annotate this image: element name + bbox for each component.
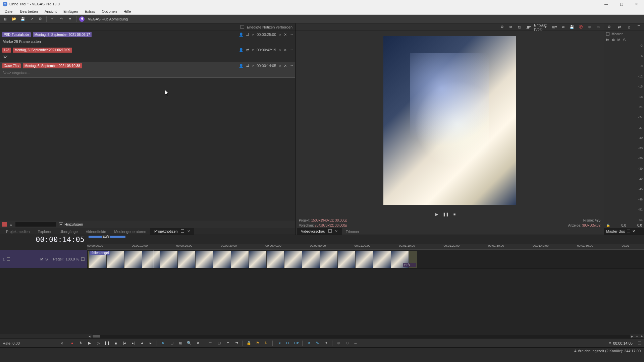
snap-button[interactable]: ⊢ xyxy=(207,340,214,347)
tab-mediengeneratoren[interactable]: Mediengeneratoren xyxy=(110,229,150,235)
note-marker-icon[interactable]: ▿ xyxy=(252,33,254,37)
toggle-icon[interactable]: ⇄ xyxy=(618,25,621,29)
note-delete-icon[interactable]: ✕ xyxy=(284,64,287,68)
menu-hilfe[interactable]: Hilfe xyxy=(121,9,133,14)
pause-button[interactable]: ❚❚ xyxy=(104,340,110,347)
zoom-out-icon[interactable]: − xyxy=(635,334,639,338)
timeline-empty-area[interactable] xyxy=(0,268,644,334)
minimize-button[interactable]: — xyxy=(599,0,614,8)
preview-quality-dropdown[interactable]: Entwurf (Voll) xyxy=(534,23,540,31)
hide-done-checkbox[interactable] xyxy=(240,25,244,29)
tab-dock-icon[interactable] xyxy=(328,229,332,233)
note-item-selected[interactable]: Ohne Titel Montag, 6. September 2021 06:… xyxy=(0,62,295,78)
go-start-button[interactable]: |◂ xyxy=(121,340,128,347)
auto-edit-button[interactable]: ✎ xyxy=(314,340,321,347)
lock-icon[interactable]: 🔒 xyxy=(606,224,610,227)
scroll-left-icon[interactable]: ◂ xyxy=(87,334,92,339)
track-solo-button[interactable]: S xyxy=(45,257,48,261)
stop-icon[interactable]: ■ xyxy=(453,212,456,216)
play-icon[interactable]: ▶ xyxy=(435,212,438,217)
delete-button[interactable]: ✕ xyxy=(195,340,201,347)
save-icon[interactable]: 💾 xyxy=(19,16,26,22)
preview-settings-icon[interactable]: ⚙ xyxy=(499,25,505,29)
trim-end-button[interactable]: ⊐ xyxy=(233,340,240,347)
go-end-button[interactable]: ▸| xyxy=(130,340,137,347)
tab-explorer[interactable]: Explorer xyxy=(34,229,55,235)
add-note-button[interactable]: + Hinzufügen xyxy=(59,222,83,226)
envelope-tool[interactable]: ⊞ xyxy=(177,340,184,347)
undo-icon[interactable]: ↶ xyxy=(49,16,56,22)
note-title-input[interactable] xyxy=(15,222,56,227)
rate-slider-icon[interactable]: ◊ xyxy=(61,341,63,345)
open-icon[interactable]: 📂 xyxy=(11,16,17,22)
preview-grid-icon[interactable]: ⊞▾ xyxy=(551,25,557,29)
note-delete-icon[interactable]: ✕ xyxy=(284,33,287,37)
clip-pan-icon[interactable]: □ xyxy=(404,263,406,267)
color-button[interactable]: ✦ xyxy=(323,340,329,347)
zoom-in-icon[interactable]: + xyxy=(639,334,644,338)
note-delete-icon[interactable]: ✕ xyxy=(284,48,287,52)
note-link-icon[interactable]: ⇄ xyxy=(246,64,249,68)
video-clip[interactable]: fallen angel □ fx ⋯ xyxy=(89,251,417,268)
tab-master-bus[interactable]: Master-Bus ✕ xyxy=(604,228,644,235)
render-icon[interactable]: ↗ xyxy=(28,16,35,22)
new-project-icon[interactable]: 🗎 xyxy=(2,16,9,22)
preview-save-icon[interactable]: 💾 xyxy=(569,25,575,29)
tab-projektmedien[interactable]: Projektmedien xyxy=(2,229,34,235)
next-frame-button[interactable]: ▸ xyxy=(147,340,154,347)
clip-fx-icon[interactable]: fx xyxy=(408,263,410,267)
note-marker-icon[interactable]: ▿ xyxy=(252,48,254,52)
marker-button[interactable]: ⚑ xyxy=(254,340,261,347)
track-icon[interactable] xyxy=(7,257,10,261)
timeline-ruler[interactable]: 00:00:00:0000:00:10:0000:00:20:0000:00:3… xyxy=(87,244,644,250)
properties-icon[interactable]: ⚙ xyxy=(37,16,44,22)
note-user-icon[interactable]: 👤 xyxy=(239,64,244,68)
chevron-down-icon[interactable]: ▾ xyxy=(543,25,549,29)
play-start-button[interactable]: ▶ xyxy=(86,340,93,347)
mixer-icon[interactable]: ☰ xyxy=(637,25,641,29)
split-button[interactable]: ⊟ xyxy=(216,340,222,347)
note-more-icon[interactable]: ⋯ xyxy=(289,48,293,52)
preview-v-icon[interactable]: Ⓥ xyxy=(578,24,584,29)
lock-button[interactable]: 🔒 xyxy=(246,340,252,347)
timeline-region-bar[interactable]: 1/2/3 xyxy=(87,235,644,244)
prev-frame-button[interactable]: ◂ xyxy=(139,340,145,347)
note-more-icon[interactable]: ⋯ xyxy=(289,64,293,68)
note-link-icon[interactable]: ⇄ xyxy=(246,48,249,52)
track-mute-button[interactable]: M xyxy=(40,257,43,261)
zoom-tool[interactable]: 🔍 xyxy=(186,340,193,347)
note-item[interactable]: 123 Montag, 6. September 2021 06:10:09 👤… xyxy=(0,46,295,62)
preview-viewport[interactable] xyxy=(296,31,604,210)
note-marker-icon[interactable]: ▿ xyxy=(252,64,254,68)
menu-extras[interactable]: Extras xyxy=(82,9,98,14)
selection-tool[interactable]: ⊡ xyxy=(168,340,175,347)
note-color-swatch[interactable] xyxy=(2,222,7,227)
color-dropdown-icon[interactable]: ▴ xyxy=(10,222,12,227)
note-item[interactable]: PSD-Tutorials.de Montag, 6. September 20… xyxy=(0,31,295,46)
quantize-button[interactable]: ⊔▾ xyxy=(293,340,300,347)
faders-icon[interactable]: ⎚ xyxy=(628,25,630,29)
playhead[interactable] xyxy=(154,250,154,268)
track-level-icon[interactable] xyxy=(81,257,85,261)
tab-projektnotizen[interactable]: Projektnotizen ✕ xyxy=(150,228,194,235)
more-icon[interactable]: ⋯ xyxy=(460,212,464,217)
preview-external-icon[interactable]: ⧉ xyxy=(508,25,514,29)
loop-icon[interactable]: ∞ xyxy=(353,340,359,347)
marker-flag-icon[interactable]: ▿ xyxy=(609,341,611,345)
note-body[interactable]: 321 xyxy=(0,54,295,62)
loop-play-button[interactable]: ↻ xyxy=(77,340,84,347)
region-button[interactable]: ⚐ xyxy=(263,340,270,347)
gear-icon[interactable]: ⚙ xyxy=(607,25,611,29)
tab-trimmer[interactable]: Trimmer xyxy=(342,229,364,235)
auto-ripple-button[interactable]: ⇥ xyxy=(275,340,282,347)
tab-close-icon[interactable]: ✕ xyxy=(632,229,635,234)
master-solo-button[interactable]: S xyxy=(623,38,626,42)
hub-label[interactable]: VEGAS Hub Abmeldung xyxy=(88,17,128,21)
preview-fx-icon[interactable]: fx xyxy=(517,25,523,29)
menu-einfuegen[interactable]: Einfügen xyxy=(61,9,80,14)
note-body-input[interactable]: Notiz eingeben... xyxy=(0,69,295,77)
tab-uebergaenge[interactable]: Übergänge xyxy=(55,229,82,235)
pause-icon[interactable]: ❚❚ xyxy=(443,212,449,217)
menu-ansicht[interactable]: Ansicht xyxy=(42,9,59,14)
note-status-icon[interactable]: ○ xyxy=(279,64,281,68)
